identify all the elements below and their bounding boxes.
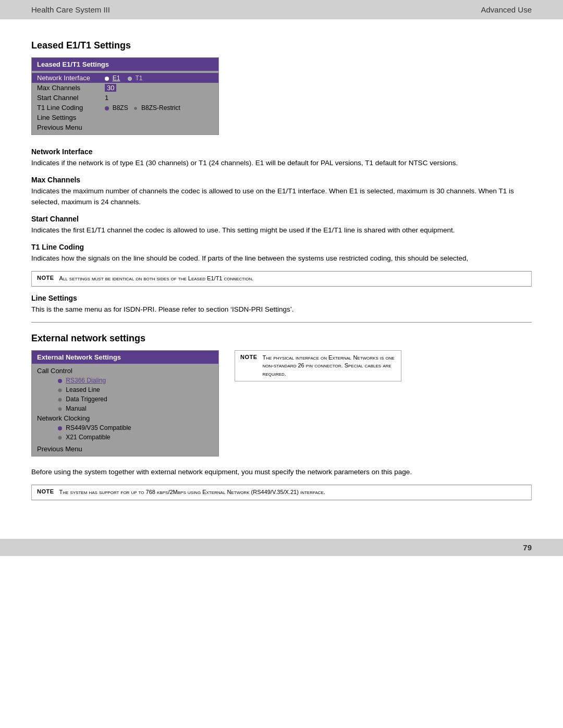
external-note-text: The physical interface on External Netwo… [263,354,396,378]
x21-option[interactable]: X21 Compatible [32,433,218,442]
network-interface-label: Network Interface [37,74,105,82]
note-box-1: NOTE All settings must be identical on b… [31,271,532,286]
external-body-text: Before using the system together with ex… [31,467,532,477]
leased-section-title: Leased E1/T1 Settings [31,40,532,51]
network-interface-row[interactable]: Network Interface E1 T1 [32,73,218,83]
leased-line-label: Leased Line [66,386,100,393]
page-number: 79 [523,543,532,552]
t1-line-coding-row[interactable]: T1 Line Coding B8ZS B8ZS-Restrict [32,103,218,113]
external-menu-box: External Network Settings Call Control R… [31,350,219,456]
page-header: Health Care System III Advanced Use [0,0,563,19]
b8zs-dot [105,106,109,110]
max-channels-text: Indicates the maximum number of channels… [31,186,532,207]
t1-label: T1 [135,75,142,82]
external-menu-body: Call Control RS366 Dialing Leased Line D… [32,364,218,456]
e1-radio-dot [105,77,109,81]
rs366-dot [58,379,62,383]
start-channel-heading: Start Channel [31,215,532,223]
rs449-label: RS449/V35 Compatible [66,424,131,431]
start-channel-label: Start Channel [37,94,105,102]
call-control-label: Call Control [37,367,72,375]
leased-line-dot [58,388,62,392]
data-triggered-dot [58,398,62,402]
note2-label: NOTE [37,488,54,495]
manual-option[interactable]: Manual [32,404,218,413]
line-settings-row[interactable]: Line Settings [32,113,218,122]
data-triggered-label: Data Triggered [66,396,107,403]
t1-line-coding-label: T1 Line Coding [37,104,105,112]
start-channel-row[interactable]: Start Channel 1 [32,93,218,103]
rs366-option[interactable]: RS366 Dialing [32,376,218,385]
note-box-2: NOTE The system has support for up to 76… [31,485,532,500]
external-note-box: NOTE The physical interface on External … [235,350,401,381]
ext-previous-menu-row[interactable]: Previous Menu [32,444,218,454]
network-interface-value: E1 T1 [105,74,213,82]
x21-label: X21 Compatible [66,434,110,441]
note2-text: The system has support for up to 768 kbp… [59,488,325,496]
page-number-bar: 79 [0,539,563,556]
external-section-title: External network settings [31,333,532,344]
leased-menu-body: Network Interface E1 T1 Max Channels 30 [32,71,218,134]
t1-line-coding-text: Indicates how the signals on the line sh… [31,253,532,264]
leased-menu-header: Leased E1/T1 Settings [32,58,218,71]
b8zs-label: B8ZS [113,104,128,112]
data-triggered-option[interactable]: Data Triggered [32,394,218,404]
b8zs-restrict-label: B8ZS-Restrict [141,104,180,112]
external-network-layout: External Network Settings Call Control R… [31,350,532,456]
max-channels-label: Max Channels [37,84,105,92]
start-channel-text: Indicates the first E1/T1 channel the co… [31,225,532,236]
leased-menu-box: Leased E1/T1 Settings Network Interface … [31,57,219,135]
x21-dot [58,436,62,440]
section-divider [31,322,532,323]
call-control-row: Call Control [32,366,218,376]
max-channels-value: 30 [105,84,213,92]
external-note-label: NOTE [240,354,258,360]
leased-line-option[interactable]: Leased Line [32,385,218,394]
note1-label: NOTE [37,275,54,281]
t1-line-coding-heading: T1 Line Coding [31,243,532,251]
b8zs-restrict-dot [133,106,138,110]
start-channel-value: 1 [105,94,213,102]
rs366-label: RS366 Dialing [66,377,106,384]
manual-label: Manual [66,405,86,412]
rs449-dot [58,426,62,430]
network-interface-heading: Network Interface [31,147,532,156]
line-settings-heading: Line Settings [31,294,532,302]
e1-label: E1 [113,75,120,82]
external-menu-header: External Network Settings [32,351,218,364]
network-interface-text: Indicates if the network is of type E1 (… [31,158,532,168]
t1-radio-dot [128,77,132,81]
rs449-option[interactable]: RS449/V35 Compatible [32,423,218,433]
line-settings-label: Line Settings [37,114,105,121]
previous-menu-label: Previous Menu [37,124,105,131]
network-clocking-row: Network Clocking [32,413,218,423]
note1-text: All settings must be identical on both s… [59,275,254,282]
previous-menu-row[interactable]: Previous Menu [32,122,218,132]
max-channels-row[interactable]: Max Channels 30 [32,83,218,93]
network-clocking-label: Network Clocking [37,414,90,422]
max-channels-number: 30 [105,84,116,92]
line-settings-text: This is the same menu as for ISDN-PRI. P… [31,304,532,315]
header-right: Advanced Use [481,5,532,14]
manual-dot [58,407,62,411]
header-left: Health Care System III [31,5,110,14]
max-channels-heading: Max Channels [31,176,532,184]
t1-line-coding-value: B8ZS B8ZS-Restrict [105,104,213,112]
ext-previous-menu-label: Previous Menu [37,445,82,453]
